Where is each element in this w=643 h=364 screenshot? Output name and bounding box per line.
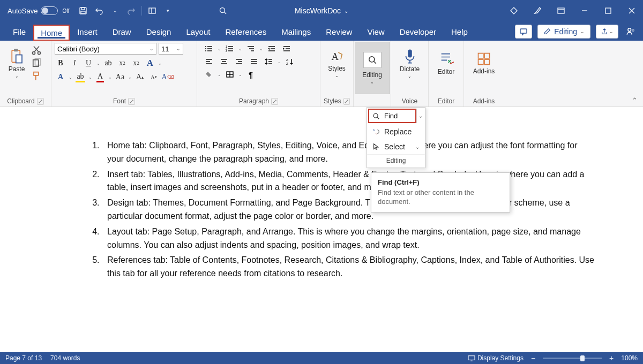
tooltip-title: Find (Ctrl+F) (378, 178, 503, 186)
find-split-chevron[interactable]: ⌄ (416, 109, 424, 123)
collapse-ribbon-icon[interactable]: ⌃ (632, 96, 638, 104)
sort-button[interactable]: AZ (283, 57, 296, 66)
ribbon-display-icon[interactable] (550, 0, 572, 21)
increase-indent-button[interactable] (280, 44, 293, 54)
shading-button[interactable] (203, 70, 215, 79)
tab-home[interactable]: Home (33, 25, 70, 41)
dictate-button[interactable]: Dictate⌄ (397, 43, 423, 84)
align-left-button[interactable] (203, 57, 215, 66)
highlight-color-button[interactable]: ab (74, 72, 86, 82)
select-menu-item[interactable]: Select ⌄ (367, 139, 425, 154)
tab-help[interactable]: Help (444, 24, 475, 41)
comments-button[interactable] (515, 25, 532, 39)
svg-point-67 (369, 56, 374, 62)
shrink-font-button[interactable]: A▾ (148, 72, 160, 82)
close-button[interactable] (620, 0, 643, 21)
status-bar: Page 7 of 13 704 words Display Settings … (0, 352, 643, 364)
zoom-in-button[interactable]: + (609, 354, 614, 362)
tab-layout[interactable]: Layout (178, 24, 218, 41)
layout-view-icon[interactable] (146, 5, 158, 17)
tab-mailings[interactable]: Mailings (274, 24, 318, 41)
save-icon[interactable] (77, 5, 89, 17)
search-icon[interactable] (217, 5, 229, 17)
subscript-button[interactable]: x2 (116, 58, 128, 69)
font-size-combo[interactable]: 11⌄ (159, 43, 183, 55)
autosave-toggle[interactable] (41, 6, 58, 15)
paragraph-launcher-icon[interactable]: ⤢ (271, 98, 278, 105)
tab-file[interactable]: File (5, 24, 33, 41)
styles-button[interactable]: A Styles⌄ (324, 43, 350, 84)
text-effects-button[interactable]: A (144, 58, 156, 69)
strikethrough-button[interactable]: ab (102, 58, 114, 69)
svg-rect-18 (16, 55, 22, 63)
zoom-out-button[interactable]: − (531, 354, 535, 362)
multilevel-list-button[interactable] (244, 44, 257, 54)
font-family-combo[interactable]: Calibri (Body)⌄ (55, 43, 156, 55)
zoom-level[interactable]: 100% (621, 354, 638, 362)
justify-button[interactable] (248, 57, 260, 66)
superscript-button[interactable]: x2 (130, 58, 142, 69)
zoom-slider[interactable] (543, 358, 602, 359)
align-right-button[interactable] (233, 57, 245, 66)
styles-launcher-icon[interactable]: ⤢ (343, 98, 350, 105)
svg-rect-78 (468, 356, 475, 360)
svg-text:A: A (331, 51, 339, 62)
italic-button[interactable]: I (69, 58, 80, 69)
qat-customize-icon[interactable]: ▾ (162, 5, 174, 17)
qat-divider (141, 6, 142, 16)
change-case-button[interactable]: Aa (114, 72, 126, 82)
tab-view[interactable]: View (360, 24, 392, 41)
decrease-indent-button[interactable] (265, 44, 278, 54)
clipboard-launcher-icon[interactable]: ⤢ (37, 98, 44, 105)
undo-icon[interactable] (93, 5, 105, 17)
borders-button[interactable] (223, 70, 236, 79)
cut-icon[interactable] (31, 45, 42, 56)
numbering-button[interactable]: 123 (223, 44, 236, 54)
align-center-button[interactable] (218, 57, 230, 66)
page-indicator[interactable]: Page 7 of 13 (5, 354, 42, 362)
bullets-button[interactable] (203, 44, 215, 54)
diamond-icon[interactable] (503, 0, 525, 21)
clear-formatting-button[interactable]: A⌫ (162, 72, 174, 82)
tab-developer[interactable]: Developer (392, 24, 444, 41)
brush-icon[interactable] (526, 0, 549, 21)
editing-dropdown: Find ⌄ bc Replace Select ⌄ Editing (367, 107, 425, 168)
tab-references[interactable]: References (218, 24, 274, 41)
autosave-control[interactable]: AutoSave Off (8, 6, 70, 15)
grow-font-button[interactable]: A▴ (134, 72, 146, 82)
tab-draw[interactable]: Draw (105, 24, 139, 41)
minimize-button[interactable] (573, 0, 596, 21)
editing-button[interactable]: Editing⌄ (355, 42, 390, 94)
share-button[interactable]: ⌄ (596, 25, 618, 39)
bold-button[interactable]: B (55, 58, 66, 69)
line-spacing-button[interactable] (263, 57, 275, 66)
svg-point-25 (205, 46, 206, 47)
font-color-button[interactable]: A (94, 72, 106, 82)
format-painter-icon[interactable] (31, 71, 42, 81)
copy-icon[interactable] (31, 58, 42, 69)
document-canvas[interactable]: Home tab: Clipboard, Font, Paragraph, St… (0, 107, 643, 352)
paste-button[interactable]: Paste ⌄ (3, 43, 30, 84)
display-settings-button[interactable]: Display Settings (468, 354, 524, 362)
word-count[interactable]: 704 words (50, 354, 80, 362)
maximize-button[interactable] (597, 0, 619, 21)
show-marks-button[interactable]: ¶ (244, 70, 257, 79)
font-launcher-icon[interactable]: ⤢ (128, 98, 135, 105)
tab-review[interactable]: Review (318, 24, 360, 41)
document-title[interactable]: MiscWorkDoc ⌄ (295, 6, 348, 15)
tab-design[interactable]: Design (139, 24, 179, 41)
underline-button[interactable]: U (83, 58, 94, 69)
tab-insert[interactable]: Insert (70, 24, 105, 41)
addins-button[interactable]: Add-ins (470, 43, 497, 84)
presence-icon[interactable] (624, 25, 638, 39)
svg-line-21 (34, 47, 39, 52)
list-item: Design tab: Themes, Document Formatting,… (102, 196, 595, 223)
undo-chevron-icon[interactable]: ⌄ (109, 5, 121, 17)
replace-menu-item[interactable]: bc Replace (367, 124, 425, 139)
find-menu-item[interactable]: Find (368, 109, 416, 123)
text-highlight-button[interactable]: A (55, 72, 66, 82)
editor-button[interactable]: Editor (433, 43, 460, 84)
svg-text:b: b (373, 128, 375, 132)
group-editor: Editor Editor (429, 41, 464, 107)
editing-mode-button[interactable]: Editing ⌄ (537, 25, 590, 39)
